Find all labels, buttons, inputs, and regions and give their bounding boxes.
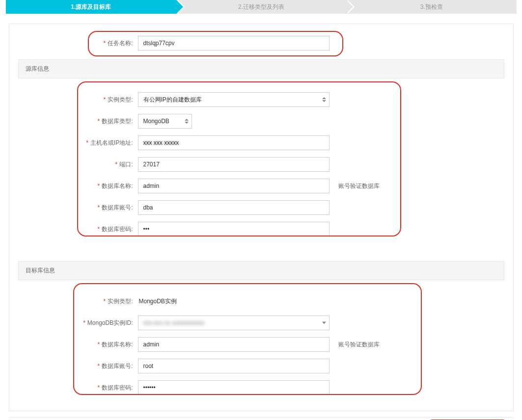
source-db-type-select[interactable]: MongoDB [138, 114, 192, 129]
task-name-row: *任务名称: [9, 36, 513, 51]
target-instance-id-label: MongoDB实例ID: [87, 319, 133, 326]
target-password-input[interactable] [138, 380, 330, 395]
target-password-label: 数据库密码: [102, 384, 133, 391]
source-port-label: 端口: [119, 161, 133, 168]
source-port-input[interactable] [138, 157, 330, 172]
source-instance-type-value: 有公网IP的自建数据库 [143, 96, 202, 103]
step-3: 3.预检查 [346, 0, 517, 14]
source-db-type-value: MongoDB [143, 118, 169, 125]
target-account-label: 数据库账号: [102, 363, 133, 369]
footer-bar: 取消 上云评估 授权白名单并进入下一步 51CTO博客 [9, 417, 514, 420]
source-account-label: 数据库账号: [102, 204, 133, 211]
task-name-label: *任务名称: [9, 39, 138, 48]
main-panel: *任务名称: 源库信息 *实例类型: 有公网IP的自建数据库 *数据库类型: M… [9, 24, 514, 411]
target-instance-type-value: MongoDB实例 [138, 297, 177, 306]
target-account-input[interactable] [138, 359, 330, 373]
target-instance-id-select[interactable]: xxx-xxx xx xxxxxxxxxxx [138, 315, 330, 330]
target-instance-type-label: 实例类型: [108, 298, 133, 305]
source-form: *实例类型: 有公网IP的自建数据库 *数据库类型: MongoDB *主机名或… [9, 79, 513, 252]
source-account-input[interactable] [138, 200, 330, 215]
task-name-input[interactable] [138, 36, 330, 51]
task-name-label-text: 任务名称: [108, 40, 133, 47]
required-mark: * [103, 40, 106, 47]
caret-down-icon [322, 322, 326, 324]
source-db-name-hint: 账号验证数据库 [338, 182, 380, 190]
target-section-header: 目标库信息 [18, 261, 504, 280]
source-db-name-label: 数据库名称: [102, 183, 133, 189]
target-instance-id-value: xxx-xxx xx xxxxxxxxxxx [143, 319, 205, 326]
step-2: 2.迁移类型及列表 [176, 0, 347, 14]
source-section-header: 源库信息 [18, 59, 504, 79]
source-db-name-input[interactable] [138, 179, 330, 193]
source-password-label: 数据库密码: [102, 226, 133, 233]
source-db-type-label: 数据库类型: [102, 118, 133, 125]
target-form: *实例类型: MongoDB实例 *MongoDB实例ID: xxx-xxx x… [9, 280, 513, 411]
chevron-updown-icon [185, 119, 189, 124]
source-host-input[interactable] [138, 135, 330, 150]
source-password-input[interactable] [138, 222, 330, 236]
target-db-name-hint: 账号验证数据库 [338, 341, 380, 349]
target-db-name-input[interactable] [138, 337, 330, 352]
chevron-updown-icon [322, 97, 326, 102]
source-instance-type-label: 实例类型: [108, 96, 133, 103]
source-host-label: 主机名或IP地址: [90, 139, 133, 146]
source-instance-type-select[interactable]: 有公网IP的自建数据库 [138, 92, 330, 107]
step-bar: 1.源库及目标库 2.迁移类型及列表 3.预检查 [6, 0, 517, 14]
step-1[interactable]: 1.源库及目标库 [6, 0, 176, 14]
target-db-name-label: 数据库名称: [102, 341, 133, 348]
